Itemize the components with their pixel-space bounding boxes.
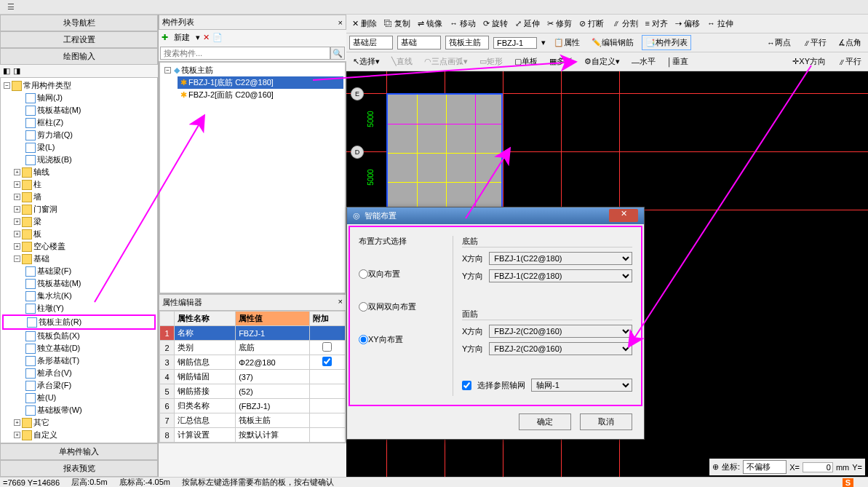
tree-item[interactable]: 桩(U) [2,392,156,404]
tree-item[interactable]: 筏板基础(M) [2,277,156,290]
tree-item[interactable]: 集水坑(K) [2,290,156,302]
combo-inst[interactable]: FBZJ-1 [493,37,537,49]
btn-editsteel[interactable]: ✏️ 编辑钢筋 [588,35,637,50]
btn-custom[interactable]: ⚙ 自定义 ▾ [581,54,624,69]
ribbon-btn[interactable]: ≡ 对齐 [642,17,671,31]
nav-tree[interactable]: −常用构件类型 轴网(J)筏板基础(M)框柱(Z)剪力墙(Q)梁(L)现浇板(B… [0,77,158,443]
bottom-x-select[interactable]: FBZJ-1(C22@180) [489,252,632,265]
comp-root[interactable]: −◆筏板主筋 [162,64,343,76]
top-y-select[interactable]: FBZJ-2(C20@160) [489,342,632,355]
icon[interactable]: ◧ [3,66,10,76]
tree-group[interactable]: +门窗洞 [2,203,156,215]
btn-parallel[interactable]: ⫽ 平行 [799,35,830,50]
prop-row[interactable]: 5钢筋搭接(52) [160,384,346,399]
ribbon-btn[interactable]: ⊘ 打断 [576,17,607,31]
comp-item-1[interactable]: ✱FBZJ-1[底筋 C22@180] [178,76,343,89]
tree-group[interactable]: +墙 [2,191,156,203]
btn-pointangle[interactable]: ∡ 点角 [835,35,865,50]
prop-row[interactable]: 6归类名称(FBZJ-1) [160,399,346,413]
prop-row[interactable]: 2类别底筋 [160,341,346,355]
prop-row[interactable]: 8计算设置按默认计算 [160,428,346,443]
top-x-select[interactable]: FBZJ-2(C20@160) [489,325,632,338]
tree-item[interactable]: 柱墩(Y) [2,302,156,314]
btn-twopoint[interactable]: ↔ 两点 [763,35,795,50]
prop-row[interactable]: 3钢筋信息Φ22@180 [160,355,346,370]
collapse-icon[interactable]: − [4,82,10,89]
ribbon-btn[interactable]: ⿻ 复制 [381,17,413,31]
ok-button[interactable]: 确定 [519,413,571,430]
bottom-y-select[interactable]: FBZJ-1(C22@180) [489,269,632,282]
btn-vert[interactable]: │ 垂直 [664,54,692,69]
prop-row[interactable]: 7汇总信息筏板主筋 [160,413,346,428]
project-settings[interactable]: 工程设置 [0,31,158,48]
slab-area[interactable] [386,93,503,210]
ref-axis-select[interactable]: 轴网-1 [531,379,632,392]
btn-xy-direction[interactable]: ✛ XY方向 [789,54,829,69]
tree-item[interactable]: 条形基础(T) [2,355,156,367]
tree-group[interactable]: +柱 [2,178,156,191]
btn-horiz[interactable]: — 水平 [628,54,659,69]
collapse-icon[interactable]: − [14,256,20,262]
collapse-icon[interactable]: − [164,67,171,74]
tree-item[interactable]: 桩承台(V) [2,367,156,379]
ribbon-btn[interactable]: ⇌ 镜像 [415,17,445,31]
ribbon-btn[interactable]: ✂ 修剪 [544,17,575,31]
tree-item[interactable]: 筏板基础(M) [2,104,156,116]
ribbon-btn[interactable]: ⤢ 延伸 [512,17,543,31]
offset-combo[interactable]: 不偏移 [743,460,787,474]
radio-xy[interactable]: XY向布置 [359,334,453,345]
tree-group[interactable]: +轴线 [2,166,156,178]
component-tree[interactable]: −◆筏板主筋 ✱FBZJ-1[底筋 C22@180] ✱FBZJ-2[面筋 C2… [159,61,346,294]
tree-root[interactable]: −常用构件类型 [2,79,156,92]
ribbon-btn[interactable]: ⇢ 偏移 [672,17,703,31]
add-icon[interactable]: ✚ [162,33,168,42]
tree-group[interactable]: +其它 [2,416,156,429]
radio-bidirectional[interactable]: 双向布置 [359,269,453,280]
btn-complist[interactable]: 📑 构件列表 [642,35,691,50]
tree-group[interactable]: +梁 [2,215,156,228]
tree-item[interactable]: 基础板带(W) [2,404,156,416]
drawing-input[interactable]: 绘图输入 [0,48,158,65]
ribbon-btn[interactable]: ✕ 删除 [349,17,380,31]
cancel-button[interactable]: 取消 [580,413,632,430]
tree-item[interactable]: 现浇板(B) [2,154,156,166]
tree-group[interactable]: +板 [2,228,156,240]
btn-multi-board[interactable]: ▦ 多板 [546,54,576,69]
tree-group[interactable]: +空心楼盖 [2,240,156,253]
prop-row[interactable]: 4钢筋锚固(37) [160,370,346,384]
radio-doublenet[interactable]: 双网双向布置 [359,301,453,312]
ribbon-btn[interactable]: ⟳ 旋转 [480,17,511,31]
tree-item[interactable]: 剪力墙(Q) [2,129,156,141]
tree-item[interactable]: 独立基础(D) [2,342,156,355]
new-button[interactable]: 新建 [171,31,193,44]
combo-cat[interactable]: 基础 [397,36,441,50]
tree-item[interactable]: 基础梁(F) [2,265,156,277]
tree-item[interactable]: 筏板负筋(X) [2,330,156,342]
combo-type[interactable]: 筏板主筋 [445,36,489,50]
doc-icon[interactable]: 📄 [212,33,223,42]
ribbon-btn[interactable]: ↔ 移动 [447,17,479,31]
tree-foundation[interactable]: −基础 [2,253,156,265]
search-button[interactable]: 🔍 [330,47,345,60]
combo-floor[interactable]: 基础层 [349,36,393,50]
single-input[interactable]: 单构件输入 [0,443,158,460]
tree-item[interactable]: 梁(L) [2,141,156,154]
prop-row[interactable]: 1名称FBZJ-1 [160,326,346,341]
coord-icon[interactable]: ⊕ [712,462,719,472]
property-table[interactable]: 属性名称 属性值 附加 1名称FBZJ-12类别底筋3钢筋信息Φ22@1804钢… [159,311,346,443]
tree-item[interactable]: 轴网(J) [2,92,156,104]
tree-item[interactable]: 框柱(Z) [2,116,156,129]
tree-item[interactable]: 承台梁(F) [2,379,156,392]
btn-single-board[interactable]: ▢ 单板 [511,54,541,69]
comp-item-2[interactable]: ✱FBZJ-2[面筋 C20@160] [178,89,343,101]
tree-group[interactable]: +自定义 [2,429,156,441]
btn-select[interactable]: ↖ 选择 ▾ [349,54,383,69]
ribbon-btn[interactable]: ↔ 拉伸 [704,17,736,31]
x-input[interactable] [803,462,833,472]
ref-axis-check[interactable] [462,381,471,390]
search-input[interactable] [160,47,330,60]
ime-indicator[interactable]: S [843,478,853,487]
delete-icon[interactable]: ✕ [203,33,210,42]
report-preview[interactable]: 报表预览 [0,460,158,477]
dialog-title-bar[interactable]: ◎ 智能布置 ✕ [347,207,644,224]
